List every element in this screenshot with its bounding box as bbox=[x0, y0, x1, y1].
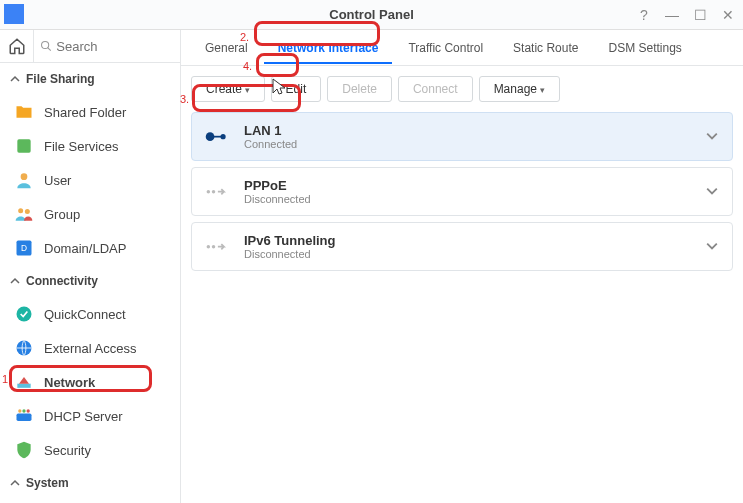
sidebar-item-external-access[interactable]: External Access bbox=[0, 331, 180, 365]
interface-pppoe[interactable]: PPPoE Disconnected bbox=[191, 167, 733, 216]
tab-traffic-control[interactable]: Traffic Control bbox=[394, 33, 497, 63]
chevron-down-icon[interactable] bbox=[706, 128, 718, 146]
sidebar-item-security[interactable]: Security bbox=[0, 433, 180, 467]
svg-point-13 bbox=[22, 409, 25, 412]
home-icon bbox=[8, 37, 26, 55]
svg-rect-2 bbox=[17, 139, 30, 152]
sidebar-item-dhcp-server[interactable]: DHCP Server bbox=[0, 399, 180, 433]
svg-point-12 bbox=[18, 409, 21, 412]
interface-name: PPPoE bbox=[244, 178, 311, 193]
section-label: System bbox=[26, 476, 69, 490]
svg-point-4 bbox=[18, 208, 23, 213]
sidebar-item-label: QuickConnect bbox=[44, 307, 126, 322]
svg-point-14 bbox=[27, 409, 30, 412]
sidebar-item-label: Security bbox=[44, 443, 91, 458]
svg-point-21 bbox=[212, 245, 215, 248]
close-button[interactable]: ✕ bbox=[719, 7, 737, 23]
svg-text:D: D bbox=[21, 243, 27, 253]
svg-rect-11 bbox=[17, 414, 32, 422]
section-label: File Sharing bbox=[26, 72, 95, 86]
cursor-icon bbox=[272, 78, 286, 96]
interface-name: LAN 1 bbox=[244, 123, 297, 138]
arrow-icon bbox=[204, 234, 230, 260]
arrow-icon bbox=[204, 179, 230, 205]
sidebar-list: File Sharing Shared Folder File Services… bbox=[0, 63, 180, 503]
chevron-up-icon bbox=[10, 74, 20, 84]
section-header-file-sharing[interactable]: File Sharing bbox=[0, 63, 180, 95]
sidebar-item-domain-ldap[interactable]: D Domain/LDAP bbox=[0, 231, 180, 265]
section-label: Connectivity bbox=[26, 274, 98, 288]
toolbar: Create Edit Delete Connect Manage bbox=[181, 66, 743, 112]
maximize-button[interactable]: ☐ bbox=[691, 7, 709, 23]
interface-text: LAN 1 Connected bbox=[244, 123, 297, 150]
delete-button[interactable]: Delete bbox=[327, 76, 392, 102]
group-icon bbox=[14, 204, 34, 224]
sidebar-item-label: Network bbox=[44, 375, 95, 390]
domain-icon: D bbox=[14, 238, 34, 258]
chevron-down-icon[interactable] bbox=[706, 183, 718, 201]
file-services-icon bbox=[14, 136, 34, 156]
title-bar: Control Panel ? — ☐ ✕ bbox=[0, 0, 743, 30]
section-header-connectivity[interactable]: Connectivity bbox=[0, 265, 180, 297]
content-area: General Network Interface Traffic Contro… bbox=[181, 30, 743, 503]
search-icon bbox=[40, 39, 52, 53]
home-button[interactable] bbox=[0, 30, 34, 62]
sidebar-item-label: User bbox=[44, 173, 71, 188]
manage-button[interactable]: Manage bbox=[479, 76, 560, 102]
sidebar-item-label: Group bbox=[44, 207, 80, 222]
sidebar-item-label: Shared Folder bbox=[44, 105, 126, 120]
sidebar-item-file-services[interactable]: File Services bbox=[0, 129, 180, 163]
main-area: File Sharing Shared Folder File Services… bbox=[0, 30, 743, 503]
sidebar-item-label: Domain/LDAP bbox=[44, 241, 126, 256]
svg-point-5 bbox=[25, 209, 30, 214]
interface-ipv6-tunneling[interactable]: IPv6 Tunneling Disconnected bbox=[191, 222, 733, 271]
svg-rect-10 bbox=[17, 384, 30, 388]
user-icon bbox=[14, 170, 34, 190]
network-icon bbox=[14, 372, 34, 392]
svg-point-8 bbox=[17, 307, 32, 322]
tab-static-route[interactable]: Static Route bbox=[499, 33, 592, 63]
tab-general[interactable]: General bbox=[191, 33, 262, 63]
svg-point-0 bbox=[42, 41, 49, 48]
sidebar-item-quickconnect[interactable]: QuickConnect bbox=[0, 297, 180, 331]
minimize-button[interactable]: — bbox=[663, 7, 681, 23]
search-input[interactable] bbox=[56, 39, 174, 54]
svg-point-19 bbox=[212, 190, 215, 193]
interface-name: IPv6 Tunneling bbox=[244, 233, 336, 248]
interface-text: IPv6 Tunneling Disconnected bbox=[244, 233, 336, 260]
svg-point-15 bbox=[206, 132, 215, 141]
tab-dsm-settings[interactable]: DSM Settings bbox=[594, 33, 695, 63]
chevron-up-icon bbox=[10, 276, 20, 286]
svg-line-1 bbox=[48, 48, 51, 51]
sidebar-top bbox=[0, 30, 180, 63]
chevron-down-icon[interactable] bbox=[706, 238, 718, 256]
interface-text: PPPoE Disconnected bbox=[244, 178, 311, 205]
sidebar: File Sharing Shared Folder File Services… bbox=[0, 30, 181, 503]
svg-point-3 bbox=[21, 173, 28, 180]
sidebar-item-shared-folder[interactable]: Shared Folder bbox=[0, 95, 180, 129]
sidebar-item-network[interactable]: Network bbox=[0, 365, 180, 399]
search-box[interactable] bbox=[34, 30, 180, 62]
sidebar-item-group[interactable]: Group bbox=[0, 197, 180, 231]
create-button[interactable]: Create bbox=[191, 76, 265, 102]
interface-status: Connected bbox=[244, 138, 297, 150]
sidebar-item-label: File Services bbox=[44, 139, 118, 154]
chevron-up-icon bbox=[10, 478, 20, 488]
sidebar-item-label: External Access bbox=[44, 341, 137, 356]
svg-point-20 bbox=[207, 245, 210, 248]
interface-lan1[interactable]: LAN 1 Connected bbox=[191, 112, 733, 161]
window-controls: ? — ☐ ✕ bbox=[635, 7, 737, 23]
sidebar-item-user[interactable]: User bbox=[0, 163, 180, 197]
tab-network-interface[interactable]: Network Interface bbox=[264, 33, 393, 63]
interface-status: Disconnected bbox=[244, 248, 336, 260]
interface-status: Disconnected bbox=[244, 193, 311, 205]
tabs: General Network Interface Traffic Contro… bbox=[181, 30, 743, 66]
external-access-icon bbox=[14, 338, 34, 358]
section-header-system[interactable]: System bbox=[0, 467, 180, 499]
sidebar-item-label: DHCP Server bbox=[44, 409, 123, 424]
svg-point-18 bbox=[207, 190, 210, 193]
folder-icon bbox=[14, 102, 34, 122]
connect-button[interactable]: Connect bbox=[398, 76, 473, 102]
help-button[interactable]: ? bbox=[635, 7, 653, 23]
quickconnect-icon bbox=[14, 304, 34, 324]
